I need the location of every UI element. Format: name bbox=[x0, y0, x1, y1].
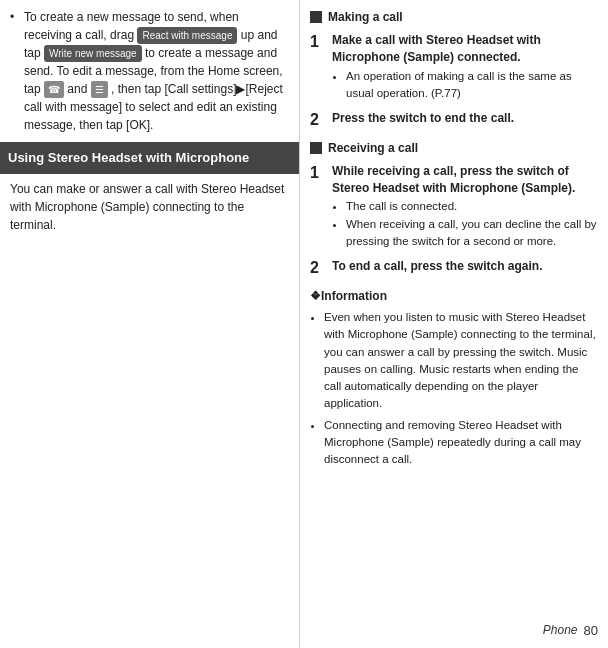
step-2-content: Press the switch to end the call. bbox=[332, 110, 598, 131]
step-1-num: 1 bbox=[310, 32, 326, 102]
step-2: 2 Press the switch to end the call. bbox=[310, 110, 598, 131]
step-1: 1 Make a call with Stereo Headset with M… bbox=[310, 32, 598, 102]
step-2-num: 2 bbox=[310, 110, 326, 131]
step-4: 2 To end a call, press the switch again. bbox=[310, 258, 598, 279]
step-1-content: Make a call with Stereo Headset with Mic… bbox=[332, 32, 598, 102]
react-with-message-btn: React with message bbox=[137, 27, 237, 44]
step-4-content: To end a call, press the switch again. bbox=[332, 258, 598, 279]
write-new-message-btn: Write new message bbox=[44, 45, 142, 62]
bullet-text: To create a new message to send, when re… bbox=[24, 8, 289, 134]
step-3-content: While receiving a call, press the switch… bbox=[332, 163, 598, 250]
step-2-title: Press the switch to end the call. bbox=[332, 110, 598, 127]
step-3-sub-2: When receiving a call, you can decline t… bbox=[346, 216, 598, 251]
making-call-header: Making a call bbox=[310, 8, 598, 26]
receiving-call-label: Receiving a call bbox=[328, 139, 418, 157]
footer-page: 80 bbox=[584, 621, 598, 641]
step-4-title: To end a call, press the switch again. bbox=[332, 258, 598, 275]
bullet-dot: • bbox=[10, 8, 20, 134]
page-footer: Phone 80 bbox=[543, 621, 598, 641]
square-icon-2 bbox=[310, 142, 322, 154]
step-3-title: While receiving a call, press the switch… bbox=[332, 163, 598, 197]
phone-icon: ☎ bbox=[44, 81, 64, 98]
right-column: Making a call 1 Make a call with Stereo … bbox=[300, 0, 608, 648]
menu-icon: ☰ bbox=[91, 81, 108, 98]
bullet-item-1: • To create a new message to send, when … bbox=[10, 8, 289, 134]
info-item-1: Even when you listen to music with Stere… bbox=[324, 309, 598, 413]
left-column: • To create a new message to send, when … bbox=[0, 0, 300, 648]
step-3: 1 While receiving a call, press the swit… bbox=[310, 163, 598, 250]
section-body: You can make or answer a call with Stere… bbox=[10, 180, 289, 234]
step-3-num: 1 bbox=[310, 163, 326, 250]
step-3-sub-1: The call is connected. bbox=[346, 198, 598, 215]
info-section: ❖Information Even when you listen to mus… bbox=[310, 287, 598, 468]
step-3-subs: The call is connected. When receiving a … bbox=[332, 198, 598, 250]
step-4-num: 2 bbox=[310, 258, 326, 279]
step-1-title: Make a call with Stereo Headset with Mic… bbox=[332, 32, 598, 66]
making-call-label: Making a call bbox=[328, 8, 403, 26]
square-icon bbox=[310, 11, 322, 23]
section-header: Using Stereo Headset with Microphone bbox=[0, 142, 299, 174]
info-item-2: Connecting and removing Stereo Headset w… bbox=[324, 417, 598, 469]
step-1-subs: An operation of making a call is the sam… bbox=[332, 68, 598, 103]
footer-label: Phone bbox=[543, 621, 578, 639]
step-1-sub-1: An operation of making a call is the sam… bbox=[346, 68, 598, 103]
info-title: ❖Information bbox=[310, 287, 598, 305]
receiving-call-header: Receiving a call bbox=[310, 139, 598, 157]
info-list: Even when you listen to music with Stere… bbox=[324, 309, 598, 468]
